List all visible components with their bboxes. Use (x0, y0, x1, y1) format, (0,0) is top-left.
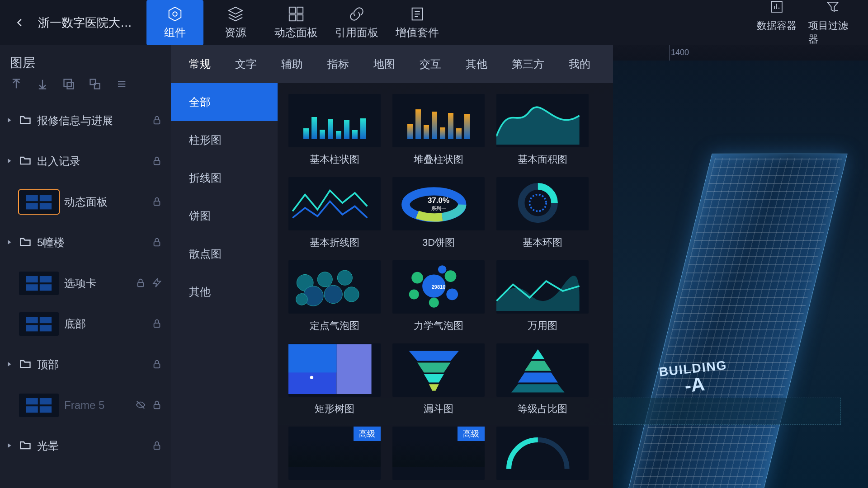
category-item[interactable]: 柱形图 (171, 121, 278, 159)
lock-icon[interactable] (152, 156, 163, 167)
ungroup-icon[interactable] (89, 78, 101, 92)
component-card[interactable]: 高级 (392, 427, 485, 480)
component-card[interactable]: 29810力学气泡图 (392, 260, 485, 333)
svg-rect-46 (26, 317, 38, 323)
layer-thumbnail (19, 312, 59, 336)
svg-point-67 (337, 270, 352, 285)
svg-point-66 (317, 272, 332, 287)
bolt-icon[interactable] (152, 278, 163, 289)
layer-item[interactable]: 5幢楼 (0, 222, 171, 263)
topnav-dynamic-panel[interactable]: 动态面板 (268, 0, 325, 45)
gallery-body: 全部柱形图折线图饼图散点图其他 基本柱状图堆叠柱状图基本面积图基本折线图37.0… (171, 83, 613, 488)
group-icon[interactable] (62, 78, 75, 92)
card-preview (392, 343, 485, 397)
card-preview (496, 260, 589, 314)
gallery-tab[interactable]: 我的 (569, 54, 590, 74)
layer-thumbnail (19, 272, 59, 295)
layer-name: 顶部 (37, 357, 146, 372)
send-to-back-icon[interactable] (36, 78, 49, 92)
layer-name: 5幢楼 (37, 235, 146, 250)
layer-thumbnail (19, 190, 59, 214)
layer-item[interactable]: 底部 (0, 304, 171, 344)
data-container-button[interactable]: 数据容器 (752, 0, 801, 46)
category-item[interactable]: 散点图 (171, 235, 278, 273)
gallery-tab[interactable]: 地图 (373, 54, 395, 74)
layer-name: 报修信息与进展 (37, 113, 146, 128)
gallery-tab[interactable]: 交互 (420, 54, 441, 74)
svg-point-64 (529, 195, 546, 211)
svg-marker-88 (524, 361, 551, 371)
layer-item[interactable]: 选项卡 (0, 263, 171, 304)
category-item[interactable]: 其他 (171, 273, 278, 311)
svg-rect-47 (40, 317, 52, 323)
gallery-tab[interactable]: 其他 (466, 54, 487, 74)
component-card[interactable]: 基本面积图 (496, 94, 589, 166)
component-card[interactable]: 定点气泡图 (288, 260, 381, 333)
svg-rect-41 (26, 284, 38, 291)
component-card[interactable]: 漏斗图 (392, 343, 485, 416)
list-icon[interactable] (115, 78, 127, 92)
lock-icon[interactable] (136, 278, 146, 289)
bar-chart-icon (769, 0, 784, 16)
folder-icon (19, 113, 32, 128)
card-title: 基本环图 (496, 236, 589, 249)
gallery-tab[interactable]: 辅助 (281, 54, 303, 74)
hidden-icon[interactable] (136, 400, 146, 411)
layer-item[interactable]: 动态面板 (0, 182, 171, 222)
svg-rect-55 (40, 398, 52, 404)
component-card[interactable] (496, 427, 589, 480)
layer-name: 出入记录 (37, 154, 146, 169)
component-card[interactable]: 堆叠柱状图 (392, 94, 485, 166)
svg-point-1 (173, 12, 177, 16)
lock-icon[interactable] (152, 400, 163, 411)
lock-icon[interactable] (152, 237, 163, 248)
svg-rect-5 (289, 15, 295, 21)
category-item[interactable]: 全部 (171, 83, 278, 121)
component-card[interactable]: 基本折线图 (288, 177, 381, 249)
topnav-premium-kit[interactable]: 增值套件 (389, 0, 446, 45)
folder-icon (19, 235, 32, 250)
back-button[interactable] (11, 14, 29, 32)
component-card[interactable]: 高级 (288, 427, 381, 480)
gallery-tab[interactable]: 第三方 (512, 54, 544, 74)
category-item[interactable]: 饼图 (171, 197, 278, 235)
lock-icon[interactable] (152, 359, 163, 370)
component-card[interactable]: 基本环图 (496, 177, 589, 249)
layer-item[interactable]: 光晕 (0, 426, 171, 466)
lock-icon[interactable] (152, 319, 163, 329)
layer-item[interactable]: 出入记录 (0, 141, 171, 182)
lock-icon[interactable] (152, 197, 163, 207)
svg-marker-15 (827, 2, 838, 11)
gallery-tab[interactable]: 常规 (189, 54, 211, 74)
project-filter-button[interactable]: 项目过滤器 (808, 0, 857, 46)
topnav-resource[interactable]: 资源 (207, 0, 264, 45)
layer-item[interactable]: 顶部 (0, 344, 171, 385)
component-card[interactable]: 37.0%系列一3D饼图 (392, 177, 485, 249)
component-card[interactable]: 基本柱状图 (288, 94, 381, 166)
topnav-reference-panel[interactable]: 引用面板 (328, 0, 385, 45)
layer-name: 光晕 (37, 439, 146, 453)
folder-icon (19, 154, 32, 169)
svg-rect-4 (297, 7, 303, 13)
topnav-label: 增值套件 (396, 25, 439, 40)
card-preview (496, 427, 589, 480)
layer-item[interactable]: 报修信息与进展 (0, 100, 171, 141)
layer-item[interactable]: Frame 5 (0, 385, 171, 426)
component-card[interactable]: 矩形树图 (288, 343, 381, 416)
topnav-component[interactable]: 组件 (146, 0, 203, 45)
gallery-tabs: 常规文字辅助指标地图交互其他第三方我的 (171, 45, 613, 83)
svg-rect-33 (26, 203, 38, 209)
card-preview (288, 260, 381, 314)
component-card[interactable]: 万用图 (496, 260, 589, 333)
category-item[interactable]: 折线图 (171, 159, 278, 197)
gallery-tab[interactable]: 指标 (327, 54, 349, 74)
dashboard-icon (288, 5, 305, 23)
lock-icon[interactable] (152, 115, 163, 126)
component-card[interactable]: 等级占比图 (496, 343, 589, 416)
gallery-tab[interactable]: 文字 (235, 54, 257, 74)
chevron-left-icon (15, 18, 25, 28)
chevron-right-icon (6, 117, 14, 124)
bring-to-front-icon[interactable] (10, 78, 23, 92)
lock-icon[interactable] (152, 441, 163, 451)
svg-marker-86 (429, 384, 439, 391)
